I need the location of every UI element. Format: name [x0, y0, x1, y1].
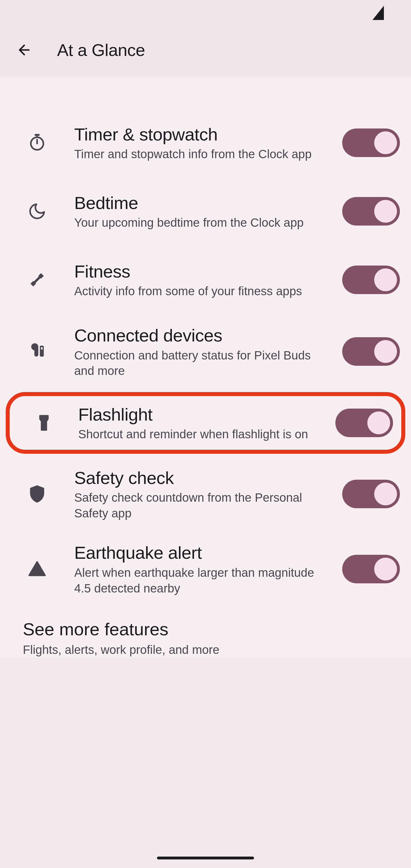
toggle-bedtime[interactable] [342, 197, 400, 225]
setting-title: Safety check [74, 467, 322, 489]
toggle-safety-check[interactable] [342, 480, 400, 508]
back-button[interactable] [14, 40, 34, 60]
flashlight-icon [10, 413, 78, 432]
setting-row-fitness[interactable]: Fitness Activity info from some of your … [0, 246, 411, 314]
setting-row-flashlight[interactable]: Flashlight Shortcut and reminder when fl… [6, 392, 405, 454]
nav-handle[interactable] [157, 857, 254, 860]
dumbbell-icon [0, 270, 74, 289]
setting-row-safety-check[interactable]: Safety check Safety check countdown from… [0, 457, 411, 532]
setting-subtitle: Your upcoming bedtime from the Clock app [74, 215, 322, 231]
setting-title: Timer & stopwatch [74, 123, 322, 146]
setting-title: Bedtime [74, 192, 322, 214]
setting-row-earthquake-alert[interactable]: Earthquake alert Alert when earthquake l… [0, 531, 411, 607]
setting-title: Fitness [74, 260, 322, 283]
setting-subtitle: Timer and stopwatch info from the Clock … [74, 147, 322, 162]
moon-icon [0, 202, 74, 221]
settings-list: Timer & stopwatch Timer and stopwatch in… [0, 77, 411, 657]
svg-point-14 [36, 572, 38, 574]
toggle-timer-stopwatch[interactable] [342, 128, 400, 157]
toggle-earthquake-alert[interactable] [342, 555, 400, 583]
earbuds-icon [0, 342, 74, 361]
page-header: At a Glance [0, 29, 411, 77]
footer-title: See more features [23, 618, 388, 641]
setting-subtitle: Shortcut and reminder when flashlight is… [78, 427, 319, 442]
setting-title: Flashlight [78, 403, 319, 426]
setting-row-bedtime[interactable]: Bedtime Your upcoming bedtime from the C… [0, 177, 411, 246]
see-more-features-row[interactable]: See more features Flights, alerts, work … [0, 607, 411, 657]
setting-title: Connected devices [74, 324, 322, 347]
setting-subtitle: Connection and battery status for Pixel … [74, 348, 322, 379]
setting-subtitle: Alert when earthquake larger than magnit… [74, 565, 322, 596]
footer-subtitle: Flights, alerts, work profile, and more [23, 642, 388, 658]
setting-subtitle: Activity info from some of your fitness … [74, 283, 322, 299]
shield-icon [0, 485, 74, 503]
status-bar [0, 0, 411, 29]
toggle-fitness[interactable] [342, 266, 400, 294]
warning-icon [0, 560, 74, 579]
setting-subtitle: Safety check countdown from the Personal… [74, 490, 322, 521]
toggle-connected-devices[interactable] [342, 337, 400, 366]
setting-row-connected-devices[interactable]: Connected devices Connection and battery… [0, 314, 411, 389]
stopwatch-icon [0, 133, 74, 152]
setting-row-timer-stopwatch[interactable]: Timer & stopwatch Timer and stopwatch in… [0, 108, 411, 177]
status-signal-icon [373, 6, 384, 20]
arrow-left-icon [16, 42, 32, 58]
svg-point-9 [43, 423, 45, 425]
page-title: At a Glance [57, 40, 145, 60]
setting-title: Earthquake alert [74, 541, 322, 564]
svg-rect-8 [40, 347, 43, 350]
toggle-flashlight[interactable] [335, 409, 393, 437]
svg-rect-6 [34, 276, 40, 283]
